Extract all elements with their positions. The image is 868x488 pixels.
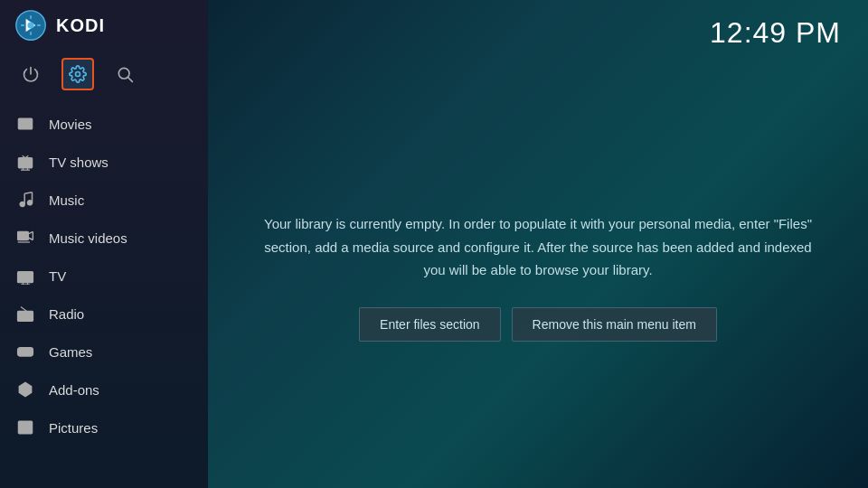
sidebar-header: KODI	[0, 0, 208, 51]
svg-line-25	[24, 192, 32, 194]
games-label: Games	[49, 344, 92, 360]
tv-label: TV	[49, 268, 66, 284]
svg-rect-42	[18, 348, 33, 356]
pictures-icon	[14, 417, 36, 438]
sidebar-item-radio[interactable]: Radio	[0, 295, 208, 333]
sidebar-top-icons	[0, 51, 208, 98]
add-ons-label: Add-ons	[49, 382, 99, 398]
sidebar-item-movies[interactable]: Movies	[0, 105, 208, 143]
app-title: KODI	[56, 15, 105, 36]
sidebar-item-pictures[interactable]: Pictures	[0, 408, 208, 446]
radio-label: Radio	[49, 306, 84, 322]
svg-rect-10	[19, 118, 33, 129]
svg-point-46	[29, 352, 31, 353]
kodi-logo-icon	[14, 9, 47, 42]
search-button[interactable]	[108, 58, 141, 90]
games-icon	[14, 341, 36, 362]
main-content: Your library is currently empty. In orde…	[208, 66, 868, 488]
svg-rect-48	[19, 421, 33, 433]
music-videos-icon	[14, 227, 36, 249]
sidebar-item-games[interactable]: Games	[0, 333, 208, 371]
svg-point-45	[27, 350, 29, 352]
movies-label: Movies	[49, 117, 92, 132]
power-button[interactable]	[14, 58, 47, 90]
svg-rect-32	[18, 272, 33, 283]
svg-line-9	[128, 78, 133, 82]
sidebar-item-music-videos[interactable]: Music videos	[0, 219, 208, 257]
music-videos-label: Music videos	[49, 230, 127, 246]
add-ons-icon	[14, 379, 36, 400]
sidebar-item-music[interactable]: Music	[0, 181, 208, 219]
svg-line-29	[28, 238, 33, 240]
svg-point-37	[20, 314, 24, 318]
time-display: 12:49 PM	[710, 16, 841, 50]
library-message: Your library is currently empty. In orde…	[262, 212, 814, 282]
radio-icon	[14, 303, 36, 324]
sidebar-item-tv[interactable]: TV	[0, 257, 208, 295]
music-label: Music	[49, 192, 84, 208]
enter-files-button[interactable]: Enter files section	[359, 307, 501, 342]
music-icon	[14, 189, 36, 211]
sidebar: KODI	[0, 0, 208, 488]
movies-icon	[14, 113, 36, 135]
svg-rect-17	[19, 158, 33, 168]
svg-point-7	[76, 72, 80, 77]
svg-line-28	[28, 231, 33, 234]
main-content-area: 12:49 PM Your library is currently empty…	[208, 0, 868, 488]
tv-icon	[14, 265, 36, 286]
tv-shows-label: TV shows	[49, 155, 108, 170]
settings-button[interactable]	[61, 58, 94, 90]
svg-point-49	[22, 424, 24, 427]
tv-shows-icon	[14, 151, 36, 173]
remove-menu-item-button[interactable]: Remove this main menu item	[512, 307, 717, 342]
sidebar-item-add-ons[interactable]: Add-ons	[0, 371, 208, 408]
sidebar-item-tv-shows[interactable]: TV shows	[0, 143, 208, 181]
svg-point-2	[27, 22, 33, 28]
action-buttons: Enter files section Remove this main men…	[359, 307, 717, 342]
pictures-label: Pictures	[49, 420, 98, 436]
main-header: 12:49 PM	[208, 0, 868, 66]
